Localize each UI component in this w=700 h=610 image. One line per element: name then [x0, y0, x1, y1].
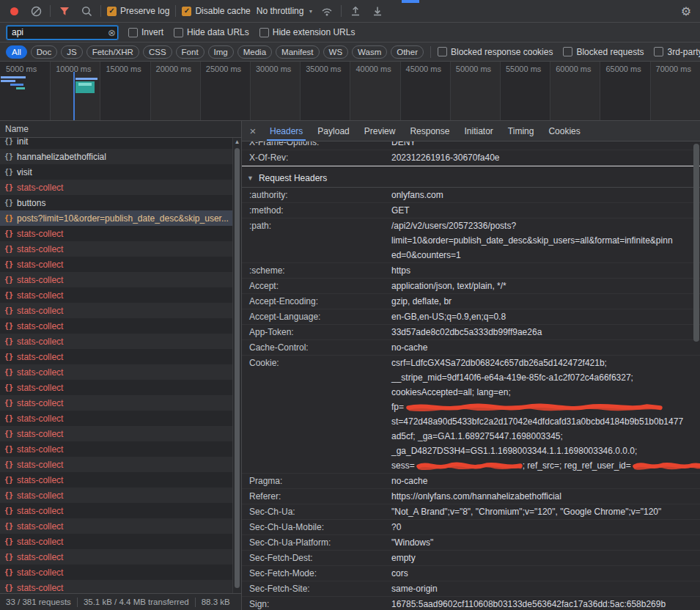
filter-pill-img[interactable]: Img: [208, 45, 234, 59]
scroll-up-icon[interactable]: ▲: [233, 138, 241, 147]
tab-response[interactable]: Response: [402, 121, 457, 141]
script-icon: {}: [4, 353, 13, 361]
request-row[interactable]: {}stats-collect: [0, 364, 241, 380]
filter-pill-media[interactable]: Media: [237, 45, 272, 59]
tab-timing[interactable]: Timing: [501, 121, 542, 141]
tab-cookies[interactable]: Cookies: [541, 121, 587, 141]
headers-panel[interactable]: X-Frame-Options: DENY X-Of-Rev: 20231226…: [242, 142, 700, 610]
request-row[interactable]: {}stats-collect: [0, 180, 241, 195]
redaction-scribble: [633, 460, 700, 471]
disable-cache-checkbox[interactable]: ✓ Disable cache: [182, 6, 250, 16]
filter-pill-wasm[interactable]: Wasm: [352, 45, 387, 59]
filter-toggle-button[interactable]: [56, 4, 73, 18]
header-row: Sec-Fetch-Dest:empty: [242, 551, 700, 566]
request-row[interactable]: {}stats-collect: [0, 349, 241, 364]
request-row[interactable]: {}buttons: [0, 195, 241, 210]
request-row[interactable]: {}stats-collect: [0, 488, 241, 503]
scrollbar-thumb[interactable]: [235, 148, 240, 588]
clear-filter-icon[interactable]: ⊗: [108, 27, 116, 38]
request-headers-section[interactable]: ▼ Request Headers: [242, 169, 700, 188]
search-button[interactable]: [78, 4, 95, 18]
filter-pill-doc[interactable]: Doc: [31, 45, 57, 59]
request-row[interactable]: {}stats-collect: [0, 303, 241, 318]
type-filter-checkboxes: Blocked response cookiesBlocked requests…: [438, 47, 700, 57]
filter-pill-ws[interactable]: WS: [323, 45, 349, 59]
timeline-gridline: [650, 62, 651, 120]
header-value-line: onlyfans.com: [391, 188, 694, 202]
request-row[interactable]: {}posts?limit=10&order=publish_date_desc…: [0, 210, 241, 226]
close-icon[interactable]: ×: [243, 121, 262, 141]
request-row[interactable]: {}stats-collect: [0, 241, 241, 257]
timeline-tick: 65000 ms: [605, 65, 641, 73]
filter-pill-js[interactable]: JS: [61, 45, 82, 59]
request-row[interactable]: {}stats-collect: [0, 580, 241, 593]
checkbox-blocked-response-cookies[interactable]: Blocked response cookies: [438, 47, 553, 57]
checkbox-3rd-party-requests-label: 3rd-party requests: [667, 47, 700, 57]
details-scrollbar-thumb[interactable]: [693, 144, 699, 342]
preserve-log-checkbox[interactable]: ✓ Preserve log: [107, 6, 169, 16]
request-row[interactable]: {}stats-collect: [0, 534, 241, 549]
request-row[interactable]: {}visit: [0, 164, 241, 180]
tab-payload[interactable]: Payload: [310, 121, 356, 141]
import-har-button[interactable]: [347, 4, 364, 18]
cookie-fragment: ; ref_src=; reg_ref_user_id=: [523, 458, 631, 473]
request-row[interactable]: {}stats-collect: [0, 503, 241, 518]
hide-data-urls-checkbox[interactable]: Hide data URLs: [174, 27, 249, 37]
checkbox-3rd-party-requests[interactable]: 3rd-party requests: [654, 47, 700, 57]
hide-extension-urls-checkbox[interactable]: Hide extension URLs: [259, 27, 355, 37]
request-list-scrollbar[interactable]: ▲: [232, 138, 241, 593]
request-row[interactable]: {}stats-collect: [0, 334, 241, 349]
header-name: Sec-Fetch-Mode:: [242, 566, 391, 581]
header-row: Referer:https://onlyfans.com/hannaheliza…: [242, 489, 700, 504]
filter-pill-all[interactable]: All: [6, 45, 27, 59]
tab-initiator[interactable]: Initiator: [457, 121, 500, 141]
request-row[interactable]: {}stats-collect: [0, 518, 241, 534]
settings-button[interactable]: ⚙: [678, 4, 694, 18]
request-row[interactable]: {}stats-collect: [0, 441, 241, 457]
filter-pill-css[interactable]: CSS: [143, 45, 172, 59]
request-row[interactable]: {}stats-collect: [0, 226, 241, 241]
clear-button[interactable]: [28, 4, 44, 18]
request-row[interactable]: {}stats-collect: [0, 411, 241, 426]
tab-preview[interactable]: Preview: [357, 121, 403, 141]
request-row[interactable]: {}hannahelizabethofficial: [0, 149, 241, 164]
request-row[interactable]: {}stats-collect: [0, 549, 241, 565]
invert-checkbox[interactable]: Invert: [128, 27, 163, 37]
request-row[interactable]: {}stats-collect: [0, 395, 241, 411]
filter-pill-other[interactable]: Other: [391, 45, 424, 59]
timeline-overview[interactable]: 5000 ms10000 ms15000 ms20000 ms25000 ms3…: [0, 62, 700, 121]
request-row[interactable]: {}stats-collect: [0, 565, 241, 580]
checkbox-blocked-requests[interactable]: Blocked requests: [563, 47, 644, 57]
request-name: stats-collect: [17, 552, 63, 562]
header-value: GET: [391, 203, 700, 218]
request-row[interactable]: {}stats-collect: [0, 287, 241, 303]
script-icon: {}: [4, 491, 13, 499]
filter-input[interactable]: [7, 26, 118, 40]
column-header-name[interactable]: Name: [0, 121, 241, 138]
request-row[interactable]: {}stats-collect: [0, 272, 241, 287]
request-rows: {}init{}hannahelizabethofficial{}visit{}…: [0, 138, 241, 593]
request-row[interactable]: {}init: [0, 138, 241, 149]
request-row[interactable]: {}stats-collect: [0, 426, 241, 441]
throttling-select[interactable]: No throttling ▼: [257, 6, 314, 16]
request-row[interactable]: {}stats-collect: [0, 380, 241, 395]
filter-pill-manifest[interactable]: Manifest: [276, 45, 319, 59]
header-name: :scheme:: [242, 263, 391, 278]
script-icon: {}: [4, 245, 13, 253]
request-row[interactable]: {}stats-collect: [0, 472, 241, 488]
devtools-network-panel: ✓ Preserve log ✓ Disable cache No thrott…: [0, 0, 700, 610]
header-value: application/json, text/plain, */*: [391, 279, 700, 293]
timeline-tick: 20000 ms: [156, 65, 191, 73]
export-har-button[interactable]: [369, 4, 386, 18]
network-conditions-button[interactable]: [319, 4, 335, 18]
request-row[interactable]: {}stats-collect: [0, 457, 241, 472]
filter-pill-font[interactable]: Font: [176, 45, 205, 59]
request-row[interactable]: {}stats-collect: [0, 257, 241, 272]
filter-pill-fetch-xhr[interactable]: Fetch/XHR: [86, 45, 139, 59]
request-row[interactable]: {}stats-collect: [0, 318, 241, 334]
checkbox-box: [259, 28, 269, 37]
tab-headers[interactable]: Headers: [262, 121, 310, 141]
header-value: 16785:5aad9602cf110608b03133de563642fac1…: [391, 597, 700, 610]
request-name: stats-collect: [17, 414, 63, 424]
record-button[interactable]: [6, 4, 22, 18]
